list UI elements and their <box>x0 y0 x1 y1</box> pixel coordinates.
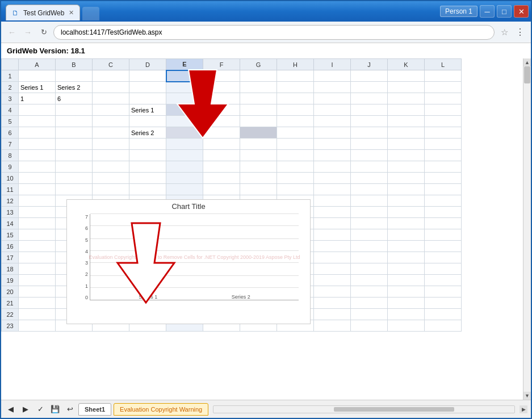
cell-17-9[interactable] <box>314 252 351 263</box>
cell-9-12[interactable] <box>425 161 462 173</box>
cell-1-1[interactable] <box>19 70 56 82</box>
cell-4-5[interactable] <box>166 104 203 116</box>
cell-7-3[interactable] <box>93 139 129 150</box>
cell-14-1[interactable] <box>19 218 56 229</box>
cell-4-12[interactable] <box>425 104 462 116</box>
cell-1-6[interactable] <box>203 70 240 82</box>
cell-7-2[interactable] <box>56 139 93 150</box>
cell-6-7[interactable] <box>240 127 277 139</box>
cell-1-11[interactable] <box>388 70 425 82</box>
cell-20-10[interactable] <box>351 286 388 298</box>
row-num-14[interactable]: 14 <box>2 218 19 229</box>
row-num-10[interactable]: 10 <box>2 173 19 184</box>
cell-14-9[interactable] <box>314 218 351 229</box>
row-num-19[interactable]: 19 <box>2 275 19 286</box>
cell-13-9[interactable] <box>314 207 351 218</box>
cell-4-1[interactable] <box>19 104 56 116</box>
row-num-18[interactable]: 18 <box>2 263 19 275</box>
cell-4-3[interactable] <box>93 104 129 116</box>
cell-3-5[interactable] <box>166 93 203 104</box>
cell-7-10[interactable] <box>351 139 388 150</box>
cell-14-10[interactable] <box>351 218 388 229</box>
undo-button[interactable]: ↩ <box>64 403 76 416</box>
cell-23-12[interactable] <box>425 320 462 332</box>
cell-5-8[interactable] <box>277 116 314 127</box>
cell-3-6[interactable] <box>203 93 240 104</box>
cell-10-3[interactable] <box>93 173 129 184</box>
cell-22-11[interactable] <box>388 309 425 320</box>
cell-2-1[interactable]: Series 1 <box>19 82 56 93</box>
cell-6-6[interactable] <box>203 127 240 139</box>
row-num-15[interactable]: 15 <box>2 229 19 241</box>
menu-button[interactable]: ⋮ <box>514 26 526 39</box>
cell-23-11[interactable] <box>388 320 425 332</box>
cell-2-6[interactable] <box>203 82 240 93</box>
cell-11-6[interactable] <box>203 184 240 195</box>
cell-3-3[interactable] <box>93 93 129 104</box>
cell-16-12[interactable] <box>425 241 462 252</box>
browser-tab[interactable]: 🗋 Test GridWeb ✕ <box>6 5 80 20</box>
cell-5-7[interactable] <box>240 116 277 127</box>
cell-5-1[interactable] <box>19 116 56 127</box>
cell-9-6[interactable] <box>203 161 240 173</box>
cell-11-1[interactable] <box>19 184 56 195</box>
row-num-8[interactable]: 8 <box>2 150 19 161</box>
cell-19-9[interactable] <box>314 275 351 286</box>
cell-16-1[interactable] <box>19 241 56 252</box>
cell-4-2[interactable] <box>56 104 93 116</box>
cell-21-12[interactable] <box>425 298 462 309</box>
cell-4-8[interactable] <box>277 104 314 116</box>
cell-2-4[interactable] <box>129 82 166 93</box>
cell-20-1[interactable] <box>19 286 56 298</box>
cell-5-3[interactable] <box>93 116 129 127</box>
cell-1-7[interactable] <box>240 70 277 82</box>
row-num-9[interactable]: 9 <box>2 161 19 173</box>
cell-10-12[interactable] <box>425 173 462 184</box>
cell-8-8[interactable] <box>277 150 314 161</box>
refresh-button[interactable]: ↻ <box>37 26 50 39</box>
cell-8-1[interactable] <box>19 150 56 161</box>
cell-15-12[interactable] <box>425 229 462 241</box>
cell-10-6[interactable] <box>203 173 240 184</box>
cell-20-9[interactable] <box>314 286 351 298</box>
cell-6-2[interactable] <box>56 127 93 139</box>
cell-11-10[interactable] <box>351 184 388 195</box>
cell-5-4[interactable] <box>129 116 166 127</box>
save-button[interactable]: 💾 <box>49 403 61 416</box>
cell-11-8[interactable] <box>277 184 314 195</box>
cell-19-10[interactable] <box>351 275 388 286</box>
check-button[interactable]: ✓ <box>34 403 47 416</box>
cell-8-9[interactable] <box>314 150 351 161</box>
cell-2-12[interactable] <box>425 82 462 93</box>
cell-11-11[interactable] <box>388 184 425 195</box>
cell-5-2[interactable] <box>56 116 93 127</box>
cell-22-12[interactable] <box>425 309 462 320</box>
cell-3-7[interactable] <box>240 93 277 104</box>
cell-4-7[interactable] <box>240 104 277 116</box>
minimize-button[interactable]: ─ <box>480 5 495 18</box>
cell-6-5[interactable] <box>166 127 203 139</box>
cell-1-5[interactable] <box>166 70 203 82</box>
cell-1-8[interactable] <box>277 70 314 82</box>
cell-11-7[interactable] <box>240 184 277 195</box>
cell-16-10[interactable] <box>351 241 388 252</box>
bookmark-icon[interactable]: ☆ <box>498 26 510 39</box>
cell-11-12[interactable] <box>425 184 462 195</box>
cell-14-12[interactable] <box>425 218 462 229</box>
cell-3-10[interactable] <box>351 93 388 104</box>
cell-4-10[interactable] <box>351 104 388 116</box>
cell-1-2[interactable] <box>56 70 93 82</box>
cell-12-10[interactable] <box>351 195 388 207</box>
cell-8-10[interactable] <box>351 150 388 161</box>
cell-19-12[interactable] <box>425 275 462 286</box>
horizontal-scrollbar[interactable] <box>213 405 515 413</box>
cell-10-4[interactable] <box>129 173 166 184</box>
cell-11-4[interactable] <box>129 184 166 195</box>
row-num-6[interactable]: 6 <box>2 127 19 139</box>
cell-23-1[interactable] <box>19 320 56 332</box>
cell-8-4[interactable] <box>129 150 166 161</box>
cell-3-9[interactable] <box>314 93 351 104</box>
cell-8-2[interactable] <box>56 150 93 161</box>
cell-9-10[interactable] <box>351 161 388 173</box>
row-num-2[interactable]: 2 <box>2 82 19 93</box>
